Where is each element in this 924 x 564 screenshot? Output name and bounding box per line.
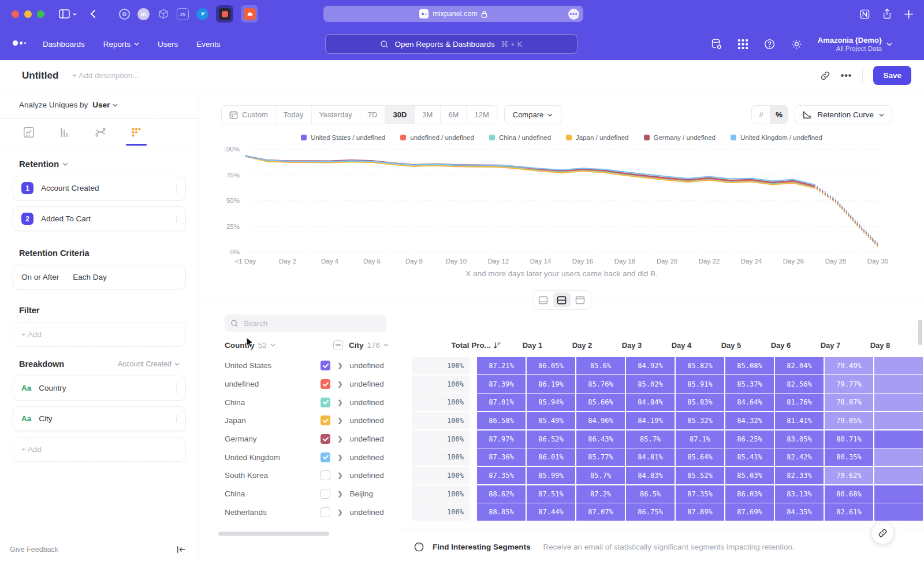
expand-row-icon[interactable]: ❯	[337, 454, 342, 461]
layout-table-only-button[interactable]	[572, 292, 589, 307]
range-12m[interactable]: 12M	[467, 106, 496, 124]
table-row[interactable]: undefined❯undefined100%87.39%86.19%85.76…	[225, 375, 924, 394]
column-day-3[interactable]: Day 3	[608, 341, 656, 350]
retention-value-cell[interactable]: 85.32%	[676, 412, 724, 429]
retention-value-cell[interactable]: 83.13%	[775, 485, 824, 503]
retention-value-cell[interactable]: 86.43%	[576, 431, 625, 448]
retention-value-cell[interactable]: 81.76%	[775, 394, 824, 411]
series-checkbox[interactable]	[321, 452, 330, 462]
retention-value-cell[interactable]: 84.35%	[775, 503, 824, 521]
retention-value-cell[interactable]: 85.77%	[576, 448, 625, 466]
layout-chart-only-button[interactable]	[535, 292, 552, 307]
series-checkbox[interactable]	[321, 379, 330, 389]
retention-value-cell[interactable]: 86.01%	[527, 448, 575, 466]
retention-value-cell[interactable]: 84.96%	[576, 412, 625, 429]
retention-value-cell[interactable]: 85.02%	[626, 375, 675, 392]
series-checkbox[interactable]	[321, 434, 330, 444]
legend-item[interactable]: United States / undefined	[301, 134, 385, 141]
retention-value-cell[interactable]: 88.62%	[477, 485, 526, 503]
retention-value-cell[interactable]: 87.21%	[477, 357, 526, 374]
criteria-on-or-after[interactable]: On or After	[21, 273, 59, 281]
retention-value-cell[interactable]: 82.42%	[775, 448, 824, 466]
retention-value-cell[interactable]: 86.52%	[527, 431, 575, 448]
retention-value-cell[interactable]: 87.97%	[477, 431, 526, 448]
retention-value-cell[interactable]: 86.75%	[626, 503, 675, 521]
retention-value-cell[interactable]: 87.89%	[676, 503, 724, 521]
legend-item[interactable]: United Kingdom / undefined	[731, 134, 822, 141]
retention-value-cell[interactable]: 87.01%	[477, 394, 526, 411]
retention-value-cell[interactable]: 80.35%	[825, 448, 873, 466]
retention-value-cell[interactable]: 85.94%	[527, 394, 575, 411]
settings-gear-icon[interactable]	[791, 38, 803, 50]
retention-value-cell[interactable]: 84.81%	[626, 448, 675, 466]
retention-value-cell[interactable]: 85.37%	[725, 375, 774, 392]
retention-section-header[interactable]: Retention	[19, 159, 180, 169]
tab-retention[interactable]	[125, 126, 148, 146]
range-custom[interactable]: Custom	[222, 106, 276, 124]
expand-row-icon[interactable]: ❯	[337, 472, 342, 479]
legend-item[interactable]: Germany / undefined	[644, 134, 716, 141]
retention-value-cell[interactable]: 79.49%	[825, 357, 873, 374]
analyze-value-dropdown[interactable]: User	[92, 101, 110, 109]
retention-criteria-control[interactable]: On or After Each Day	[13, 265, 186, 290]
table-row[interactable]: China❯undefined100%87.01%85.94%85.66%84.…	[225, 393, 924, 411]
breakdown-scope-dropdown[interactable]: Account Created	[118, 360, 180, 368]
retention-value-cell[interactable]: 87.44%	[527, 503, 575, 521]
range-today[interactable]: Today	[276, 106, 312, 124]
new-tab-icon[interactable]	[904, 9, 914, 19]
breakdown-menu-button[interactable]: ⋮	[173, 417, 178, 420]
cloud-favicon[interactable]	[241, 5, 258, 23]
report-title[interactable]: Untitled	[22, 70, 58, 81]
series-checkbox[interactable]	[321, 489, 330, 499]
retention-value-cell[interactable]: 85.66%	[576, 394, 625, 411]
series-checkbox[interactable]	[321, 361, 330, 370]
retention-value-cell[interactable]: 85.08%	[725, 357, 774, 374]
expand-row-icon[interactable]: ❯	[337, 380, 342, 388]
breakdown-menu-button[interactable]: ⋮	[173, 387, 178, 389]
retention-value-cell[interactable]: 87.1%	[676, 431, 724, 448]
retention-value-cell[interactable]: 80.68%	[825, 485, 873, 503]
back-button[interactable]	[90, 9, 96, 18]
save-button[interactable]: Save	[873, 66, 911, 85]
chart-type-dropdown[interactable]: Retention Curve	[795, 105, 892, 124]
table-row[interactable]: Netherlands❯undefined100%88.85%87.44%87.…	[225, 503, 924, 522]
expand-row-icon[interactable]: ❯	[337, 417, 342, 424]
step-menu-button[interactable]: ⋮	[173, 217, 178, 220]
retention-value-cell[interactable]: 85.83%	[676, 394, 724, 411]
nav-dashboards[interactable]: Dashboards	[43, 40, 85, 49]
retention-value-cell[interactable]: 87.36%	[477, 448, 526, 466]
layout-split-button[interactable]	[553, 292, 571, 307]
retention-value-cell[interactable]: 86.19%	[527, 375, 575, 392]
nav-reports[interactable]: Reports	[103, 40, 139, 49]
retention-value-cell[interactable]: 85.99%	[527, 467, 575, 484]
global-search[interactable]: Open Reports & Dashboards ⌘ + K	[325, 34, 578, 54]
retention-value-cell[interactable]: 85.52%	[676, 467, 724, 484]
step-account-created[interactable]: 1 Account Created ⋮	[13, 176, 186, 201]
retention-value-cell[interactable]: 85.91%	[676, 375, 724, 392]
retention-value-cell[interactable]: 86.5%	[626, 485, 675, 503]
share-icon[interactable]	[882, 8, 892, 20]
series-checkbox[interactable]	[321, 415, 330, 425]
column-day-1[interactable]: Day 1	[508, 341, 557, 350]
retention-value-cell[interactable]: 85.49%	[527, 412, 575, 429]
more-options-button[interactable]: •••	[841, 70, 852, 81]
give-feedback-link[interactable]: Give Feedback	[10, 546, 58, 554]
report-description-placeholder[interactable]: + Add description...	[72, 71, 139, 80]
tab-flows[interactable]	[89, 126, 112, 146]
table-search[interactable]	[225, 314, 386, 332]
column-day-2[interactable]: Day 2	[558, 341, 606, 350]
tab-insights[interactable]	[17, 126, 40, 146]
retention-value-cell[interactable]: 87.69%	[725, 503, 774, 521]
copy-link-icon[interactable]	[820, 70, 830, 81]
notion-icon[interactable]	[859, 9, 870, 20]
retention-value-cell[interactable]: 79.62%	[825, 467, 873, 484]
find-segments-label[interactable]: Find Interesting Segments	[433, 543, 531, 551]
retention-value-cell[interactable]: 80.71%	[825, 431, 873, 448]
retention-value-cell[interactable]: 84.84%	[626, 394, 675, 411]
column-day-6[interactable]: Day 6	[757, 341, 805, 350]
js-favicon[interactable]: JS	[177, 8, 189, 20]
column-day-4[interactable]: Day 4	[657, 341, 706, 350]
series-checkbox[interactable]	[321, 398, 330, 407]
column-total-profiles[interactable]: Total Pro...	[436, 341, 501, 350]
tab-funnels[interactable]	[53, 126, 76, 146]
